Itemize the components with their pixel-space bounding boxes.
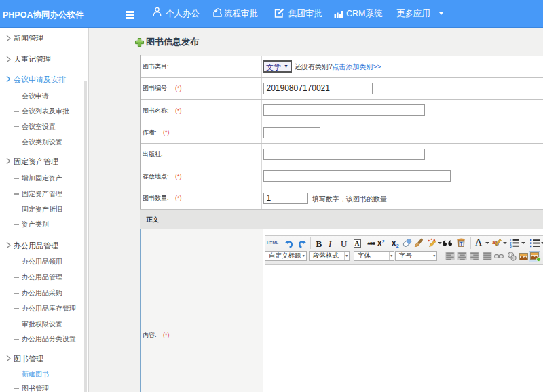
- svg-text:3: 3: [510, 245, 512, 248]
- svg-text:T: T: [460, 241, 463, 246]
